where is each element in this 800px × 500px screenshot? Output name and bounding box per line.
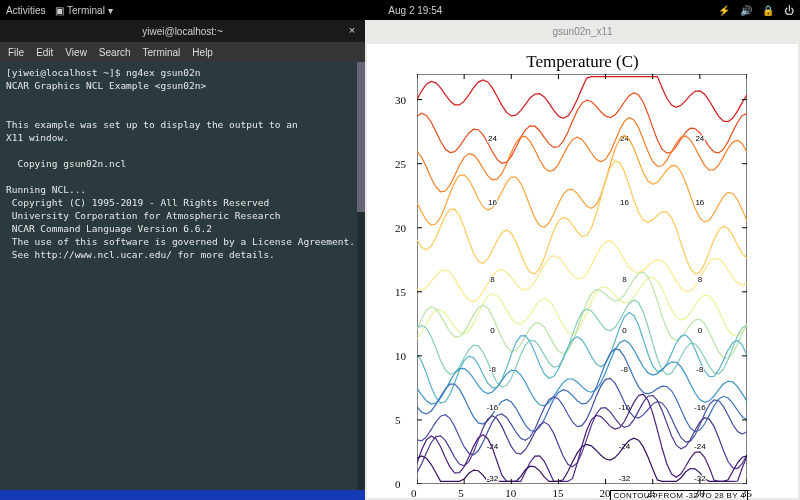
svg-text:-8: -8: [621, 365, 629, 374]
contour-footer: CONTOUR FROM -32 TO 28 BY 4: [610, 490, 748, 500]
menu-file[interactable]: File: [8, 47, 24, 58]
x-tick: 10: [505, 487, 516, 499]
contour-plot: 242424161616888000-8-8-8-16-16-16-24-24-…: [417, 74, 747, 484]
x-tick: 15: [552, 487, 563, 499]
plot-area: Temperature (C) 242424161616888000-8-8-8…: [367, 44, 798, 498]
y-tick: 5: [395, 414, 401, 426]
menu-edit[interactable]: Edit: [36, 47, 53, 58]
gnome-topbar: Activities ▣ Terminal ▾ Aug 2 19:54 ⚡ 🔊 …: [0, 0, 800, 20]
activities-button[interactable]: Activities: [6, 5, 45, 16]
app-menu[interactable]: ▣ Terminal ▾: [55, 5, 112, 16]
svg-text:0: 0: [490, 326, 495, 335]
y-tick: 20: [395, 222, 406, 234]
bottom-strip: [0, 490, 365, 500]
plot-title: Temperature (C): [367, 52, 798, 72]
menu-help[interactable]: Help: [192, 47, 213, 58]
scrollbar-thumb[interactable]: [357, 62, 365, 212]
clock[interactable]: Aug 2 19:54: [388, 5, 442, 16]
power-icon[interactable]: ⏻: [784, 5, 794, 16]
terminal-body[interactable]: [yiwei@localhost ~]$ ng4ex gsun02n NCAR …: [0, 62, 365, 500]
y-tick: 10: [395, 350, 406, 362]
network-icon[interactable]: ⚡: [718, 5, 730, 16]
svg-text:0: 0: [622, 326, 627, 335]
x-tick: 5: [458, 487, 464, 499]
command: ng4ex gsun02n: [126, 67, 200, 78]
terminal-menubar: File Edit View Search Terminal Help: [0, 42, 365, 62]
menu-search[interactable]: Search: [99, 47, 131, 58]
terminal-titlebar[interactable]: yiwei@localhost:~ ×: [0, 20, 365, 42]
terminal-output: NCAR Graphics NCL Example <gsun02n> This…: [6, 80, 355, 260]
menu-terminal[interactable]: Terminal: [143, 47, 181, 58]
y-tick: 15: [395, 286, 406, 298]
menu-view[interactable]: View: [65, 47, 87, 58]
svg-text:-24: -24: [694, 442, 706, 451]
svg-text:8: 8: [622, 275, 627, 284]
svg-text:-16: -16: [694, 403, 706, 412]
svg-text:8: 8: [490, 275, 495, 284]
y-tick: 25: [395, 158, 406, 170]
x-tick: 20: [600, 487, 611, 499]
svg-text:-8: -8: [489, 365, 497, 374]
svg-text:8: 8: [698, 275, 703, 284]
terminal-title: yiwei@localhost:~: [142, 26, 222, 37]
plot-titlebar[interactable]: gsun02n_x11: [365, 20, 800, 42]
plot-window: gsun02n_x11 Temperature (C) 242424161616…: [365, 20, 800, 500]
svg-text:-32: -32: [619, 474, 631, 483]
scrollbar[interactable]: [357, 62, 365, 500]
y-tick: 0: [395, 478, 401, 490]
y-tick: 30: [395, 94, 406, 106]
svg-text:16: 16: [695, 198, 704, 207]
svg-text:-32: -32: [487, 474, 499, 483]
terminal-window: yiwei@localhost:~ × File Edit View Searc…: [0, 20, 365, 500]
svg-text:0: 0: [698, 326, 703, 335]
svg-text:16: 16: [620, 198, 629, 207]
svg-text:24: 24: [488, 134, 497, 143]
workspace: yiwei@localhost:~ × File Edit View Searc…: [0, 20, 800, 500]
prompt: [yiwei@localhost ~]$: [6, 67, 126, 78]
plot-window-title: gsun02n_x11: [552, 26, 612, 37]
svg-text:-16: -16: [487, 403, 499, 412]
close-icon[interactable]: ×: [345, 23, 359, 37]
volume-icon[interactable]: 🔊: [740, 5, 752, 16]
svg-text:16: 16: [488, 198, 497, 207]
x-tick: 0: [411, 487, 417, 499]
svg-text:-8: -8: [696, 365, 704, 374]
svg-text:24: 24: [695, 134, 704, 143]
lock-icon[interactable]: 🔒: [762, 5, 774, 16]
